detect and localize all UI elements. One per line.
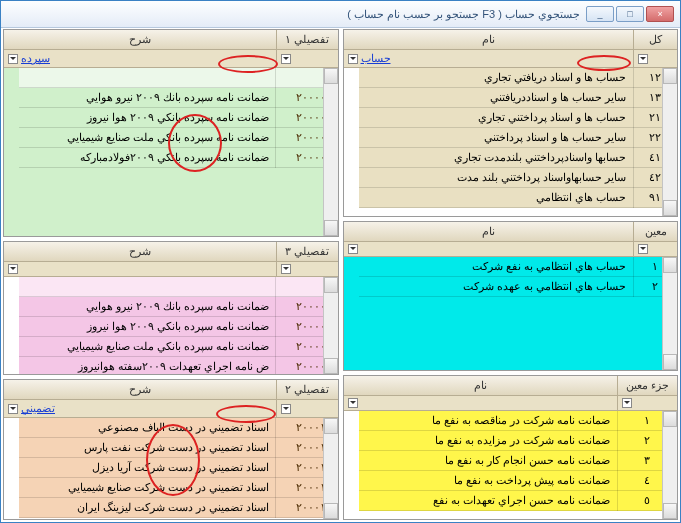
table-row[interactable]: ٢حساب هاي انتظامي به عهده شركت — [359, 277, 678, 297]
table-row[interactable]: ٠ — [19, 68, 338, 88]
filter-name[interactable]: حساب — [344, 50, 634, 67]
table-row[interactable]: ٢٠٠٠٠٣ضمانت نامه سپرده بانكي ملت صنايع ش… — [19, 337, 338, 357]
col-header-name[interactable]: شرح — [4, 30, 276, 49]
col-header-name[interactable]: نام — [344, 30, 634, 49]
col-header-code[interactable]: كل — [633, 30, 677, 49]
table-row[interactable]: ٢٠٠٠٠١ضمانت نامه سپرده بانك ٢٠٠٩ نيرو هو… — [19, 297, 338, 317]
minimize-button[interactable]: _ — [586, 6, 614, 22]
table-row[interactable]: ٢٠٠٠١٦اسناد تضميني در دست شركت صنايع شيم… — [19, 478, 338, 498]
table-row[interactable]: ٢٠٠٠١٤اسناد تضميني در دست شركت نفت پارس — [19, 438, 338, 458]
scrollbar[interactable] — [323, 277, 338, 374]
filter-name[interactable] — [344, 396, 618, 410]
table-row[interactable]: ٩١حساب هاي انتظامي — [359, 188, 678, 208]
table-row[interactable]: ٢٠٠٠٠١ضمانت نامه سپرده بانك ٢٠٠٩ نيرو هو… — [19, 88, 338, 108]
dropdown-icon[interactable] — [348, 244, 358, 254]
close-button[interactable]: × — [646, 6, 674, 22]
col-header-code[interactable]: معين — [633, 222, 677, 241]
table-row[interactable]: ٠ — [19, 277, 338, 297]
table-row[interactable]: ٤١حسابها واسنادپرداختني بلندمدت تجاري — [359, 148, 678, 168]
table-tafsili-1: ٠ ٢٠٠٠٠١ضمانت نامه سپرده بانك ٢٠٠٩ نيرو … — [19, 68, 338, 168]
filter-code[interactable] — [617, 396, 677, 410]
filter-name[interactable]: تضميني — [4, 400, 276, 417]
panel-tafsili-2: تفصيلي ٢ شرح تضميني ٢٠٠٠١٣اسناد تضميني د… — [3, 379, 339, 520]
maximize-button[interactable]: □ — [616, 6, 644, 22]
col-header-code[interactable]: تفصيلي ١ — [276, 30, 338, 49]
filter-code[interactable] — [276, 400, 338, 417]
table-row[interactable]: ٢٠٠٠٠٨ضمانت نامة سپرده بانكي ٢٠٠٩فولادمب… — [19, 148, 338, 168]
table-row[interactable]: ٥ضمانت نامه حسن اجراي تعهدات به نفع — [359, 491, 678, 511]
col-header-name[interactable]: شرح — [4, 242, 276, 261]
scrollbar[interactable] — [662, 257, 677, 370]
filter-name[interactable] — [4, 262, 276, 276]
col-header-name[interactable]: شرح — [4, 380, 276, 399]
titlebar[interactable]: × □ _ جستجوي حساب ( F3 جستجو بر حسب نام … — [1, 1, 680, 28]
panel-kol: كل نام حساب ١٢حساب ها و اسناد دريافتي تج… — [343, 29, 679, 217]
col-header-name[interactable]: نام — [344, 376, 618, 395]
filter-name[interactable] — [344, 242, 634, 256]
window-title: جستجوي حساب ( F3 جستجو بر حسب نام حساب ) — [7, 8, 586, 21]
scrollbar[interactable] — [323, 418, 338, 519]
table-row[interactable]: ٢٠٠٠٠٢ضمانت نامه سپرده بانكي ٢٠٠٩ هوا ني… — [19, 108, 338, 128]
table-moein: ١حساب هاي انتظامي به نفع شركت ٢حساب هاي … — [359, 257, 678, 297]
dropdown-icon[interactable] — [638, 244, 648, 254]
col-header-code[interactable]: تفصيلي ٣ — [276, 242, 338, 261]
dropdown-icon[interactable] — [638, 54, 648, 64]
table-row[interactable]: ٢٠٠٠٠٣ضمانت نامه سپرده بانكي ملت صنايع ش… — [19, 128, 338, 148]
table-row[interactable]: ٢٠٠٠٠٤ض نامه اجراي تعهدات ٢٠٠٩سفته هواني… — [19, 357, 338, 375]
table-kol: ١٢حساب ها و اسناد دريافتي تجاري ١٣ساير ح… — [359, 68, 678, 208]
dropdown-icon[interactable] — [281, 404, 291, 414]
col-header-code[interactable]: تفصيلي ٢ — [276, 380, 338, 399]
dropdown-icon[interactable] — [622, 398, 632, 408]
table-row[interactable]: ٤ضمانت نامه پيش پرداخت به نفع ما — [359, 471, 678, 491]
panel-tafsili-3: تفصيلي ٣ شرح ٠ ٢٠٠٠٠١ضمانت نامه سپرده با… — [3, 241, 339, 375]
table-row[interactable]: ٢١حساب ها و اسناد پرداختني تجاري — [359, 108, 678, 128]
table-tafsili-3: ٠ ٢٠٠٠٠١ضمانت نامه سپرده بانك ٢٠٠٩ نيرو … — [19, 277, 338, 374]
table-joz-moein: ١ضمانت نامه شركت در مناقصه به نفع ما ٢ضم… — [359, 411, 678, 511]
scrollbar[interactable] — [323, 68, 338, 236]
col-header-code[interactable]: جزء معين — [617, 376, 677, 395]
scrollbar[interactable] — [662, 411, 677, 519]
table-row[interactable]: ٢٠٠٠١٥اسناد تضميني در دست شركت آريا ديزل — [19, 458, 338, 478]
col-header-name[interactable]: نام — [344, 222, 634, 241]
dropdown-icon[interactable] — [8, 54, 18, 64]
table-row[interactable]: ١ضمانت نامه شركت در مناقصه به نفع ما — [359, 411, 678, 431]
table-row[interactable]: ٢٠٠٠١٣اسناد تضميني در دست الياف مصنوعي — [19, 418, 338, 438]
dropdown-icon[interactable] — [8, 404, 18, 414]
filter-code[interactable] — [276, 262, 338, 276]
filter-code[interactable] — [276, 50, 338, 67]
panel-moein: معين نام ١حساب هاي انتظامي به نفع شركت ٢… — [343, 221, 679, 371]
table-row[interactable]: ٢٠٠٠١٧اسناد تضميني در دست شركت ليزينگ اي… — [19, 498, 338, 518]
filter-name[interactable]: سپرده — [4, 50, 276, 67]
table-tafsili-2: ٢٠٠٠١٣اسناد تضميني در دست الياف مصنوعي ٢… — [19, 418, 338, 518]
table-row[interactable]: ٣ضمانت نامه حسن انجام كار به نفع ما — [359, 451, 678, 471]
scrollbar[interactable] — [662, 68, 677, 216]
dropdown-icon[interactable] — [281, 264, 291, 274]
table-row[interactable]: ٤٢ساير حسابهاواسناد پرداختني بلند مدت — [359, 168, 678, 188]
account-search-window: × □ _ جستجوي حساب ( F3 جستجو بر حسب نام … — [0, 0, 681, 523]
dropdown-icon[interactable] — [348, 54, 358, 64]
table-row[interactable]: ٢٢ساير حساب ها و اسناد پرداختني — [359, 128, 678, 148]
table-row[interactable]: ١٣ساير حساب ها و اسناددريافتني — [359, 88, 678, 108]
dropdown-icon[interactable] — [8, 264, 18, 274]
dropdown-icon[interactable] — [281, 54, 291, 64]
panel-joz-moein: جزء معين نام ١ضمانت نامه شركت در مناقصه … — [343, 375, 679, 520]
panel-tafsili-1: تفصيلي ١ شرح سپرده ٠ ٢٠٠٠٠١ضمانت نامه سپ… — [3, 29, 339, 237]
table-row[interactable]: ٢ضمانت نامه شركت در مزايده به نفع ما — [359, 431, 678, 451]
filter-code[interactable] — [633, 50, 677, 67]
table-row[interactable]: ٢٠٠٠٠٢ضمانت نامه سپرده بانكي ٢٠٠٩ هوا ني… — [19, 317, 338, 337]
filter-code[interactable] — [633, 242, 677, 256]
dropdown-icon[interactable] — [348, 398, 358, 408]
table-row[interactable]: ١حساب هاي انتظامي به نفع شركت — [359, 257, 678, 277]
table-row[interactable]: ١٢حساب ها و اسناد دريافتي تجاري — [359, 68, 678, 88]
